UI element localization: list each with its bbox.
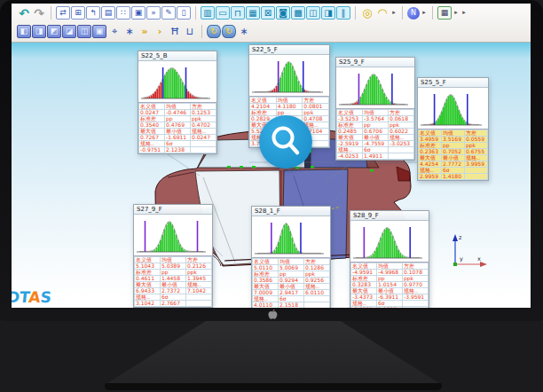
add-document-icon[interactable]: ⊞ [71,6,85,20]
toolbar-group: ↶↷ [17,6,46,20]
stat-label: 标准差 [139,116,165,122]
stat-value: 0.7052 [442,149,465,155]
stat-label: 规格.. [403,288,429,294]
board-dropdown-icon[interactable]: ▸ [452,6,460,20]
cross-surface-icon[interactable]: ⊠ [261,6,275,20]
panel-title[interactable]: S28_1_F [252,207,330,216]
panel-title[interactable]: S22_5_F [249,45,329,55]
stat-value: 0.1078 [403,270,429,276]
stat-value: 0.3540 [139,122,165,129]
panel-title[interactable]: S22_5_B [138,51,216,61]
columns-view-icon[interactable]: ▥ [201,6,215,20]
rotate-hub-icon[interactable]: ∗ [122,25,137,38]
histogram-chart [138,61,216,103]
stat-label: 最小值 [377,288,403,294]
axis-x-label: x [477,255,481,263]
stat-label: 均值 [276,98,303,104]
measurement-panel[interactable]: S22_5_B名义值均值方差0.0247-0.47460.1253标准差pppp… [138,51,217,154]
stat-label: 规格.. [191,129,216,135]
locate-pin-icon[interactable]: ⌖ [107,25,122,38]
angle-measure-icon[interactable]: ◠ [375,6,390,20]
cylinder-rotate-2-icon[interactable]: ↻ [222,25,236,38]
stat-label: pp [279,271,304,278]
compare-documents-icon[interactable]: ∷ [116,6,130,20]
assembly-box-2-icon[interactable]: ◨ [32,25,46,38]
axis-triad: z y x [446,229,491,271]
stat-value: 3.5169 [442,137,465,143]
table-view-icon[interactable]: ⊓ [231,6,245,20]
overflow-dropdown-icon[interactable]: ▸ [460,6,468,20]
panel-title[interactable]: S27_9_F [134,205,212,215]
target-measure-icon[interactable]: ◎ [360,6,374,20]
panel-title[interactable]: S25_9_F [336,58,414,67]
stat-label: 名义值 [419,130,442,137]
stat-label [403,301,429,307]
stat-label: 均值 [363,110,389,116]
stat-value: 6.0110 [304,290,330,296]
navigation-sphere-icon[interactable]: N [407,7,420,20]
toolbar-separator [201,25,202,38]
stat-label: 名义值 [139,104,165,110]
assembly-box-6-icon[interactable]: ▣ [92,25,106,38]
h-dimension-icon[interactable]: Ħ [168,25,182,38]
measurement-panel[interactable]: S28_9_F名义值均值方差-4.9591-4.99680.1078标准差ppp… [350,210,429,308]
stat-value [304,302,330,309]
undo-icon[interactable]: ↶ [17,6,31,20]
stat-label: ppk [465,143,488,149]
sphere-dropdown-icon[interactable]: ▸ [421,6,428,20]
stat-value: 1.4911 [363,153,389,160]
assembly-box-5-icon[interactable]: ◫ [77,25,91,38]
clamp-tool-icon[interactable]: ◫ [306,6,320,20]
stat-value: 2.7667 [161,301,186,307]
grid-surface-icon[interactable]: ▩ [291,6,305,20]
dotted-surface-icon[interactable]: ▦ [246,6,260,20]
stat-label: 规格.. [135,294,161,301]
measurement-panel[interactable]: S25_5_F名义值均值方差3.49593.51690.0559标准差ppppk… [417,77,489,181]
window-view-icon[interactable]: ▭ [216,6,230,20]
redo-icon[interactable]: ↷ [32,6,46,20]
edit-document-icon[interactable]: ✎ [161,6,176,20]
measurement-panel[interactable]: S25_9_F名义值均值方差-3.5253-3.57640.0618标准差ppp… [335,57,415,161]
node-network-icon[interactable]: ∗ [237,25,251,38]
zoom-button[interactable] [259,115,312,169]
stat-label: ppk [191,116,216,122]
circle-surface-icon[interactable]: ◙ [276,6,290,20]
panel-title[interactable]: S28_9_F [350,211,429,221]
measurement-panel[interactable]: S27_9_F名义值均值方差5.10435.03890.2126标准差ppppk… [133,204,213,308]
stat-label: 均值 [279,259,304,265]
import-model-icon[interactable]: ↰ [86,6,100,20]
axis-z-label: z [459,234,462,241]
stat-label: 规格.. [186,282,212,288]
cylinder-rotate-1-icon[interactable]: ↻ [207,25,221,38]
stat-value: -0.4746 [165,110,191,116]
copy-document-icon[interactable]: ▣ [131,6,146,20]
stat-value: -3.0253 [389,141,414,147]
stat-label: 最大值 [135,282,161,288]
monitor-bezel: ↶↷⇄⊞↰▤∷▣»✎▯▥▭⊓▦⊠◙▩◫◨∥◎◠▸N▸▦▸▸◧◨◩◪◫▣⌖∗»›Ħ… [0,0,543,321]
assembly-box-4-icon[interactable]: ◪ [62,25,76,38]
monitor-stand [105,321,442,385]
stat-value [186,301,212,307]
stat-label: pp [165,116,191,122]
stat-value: 5.0069 [279,265,304,271]
whiteboard-icon[interactable]: ▦ [437,6,452,20]
measurement-panel[interactable]: S28_1_F名义值均值方差5.01105.00690.1286标准差ppppk… [251,206,331,308]
flip-page-icon[interactable]: ◨ [321,6,335,20]
stat-value [403,307,429,309]
forward-document-icon[interactable]: » [146,6,161,20]
panel-title[interactable]: S25_5_F [418,78,488,88]
assembly-bench-icon[interactable]: ⊔ [183,25,197,38]
vector-chevron-2-icon[interactable]: › [153,25,167,38]
assembly-box-1-icon[interactable]: ◧ [17,25,31,38]
stat-label: 最大值 [419,155,442,161]
assembly-box-3-icon[interactable]: ◩ [47,25,61,38]
stats-table: 名义值均值方差5.01105.00690.1286标准差ppppk0.35860… [252,258,330,308]
vector-chevron-1-icon[interactable]: » [138,25,152,38]
stats-table: 名义值均值方差-3.5253-3.57640.0618标准差ppppk0.248… [336,109,414,160]
export-document-icon[interactable]: ⇄ [56,6,70,20]
report-document-icon[interactable]: ▤ [101,6,115,20]
parallel-planes-icon[interactable]: ∥ [336,6,350,20]
measure-dropdown-icon[interactable]: ▸ [390,6,397,20]
device-document-icon[interactable]: ▯ [177,6,191,20]
stat-value: -3.9591 [403,294,429,301]
